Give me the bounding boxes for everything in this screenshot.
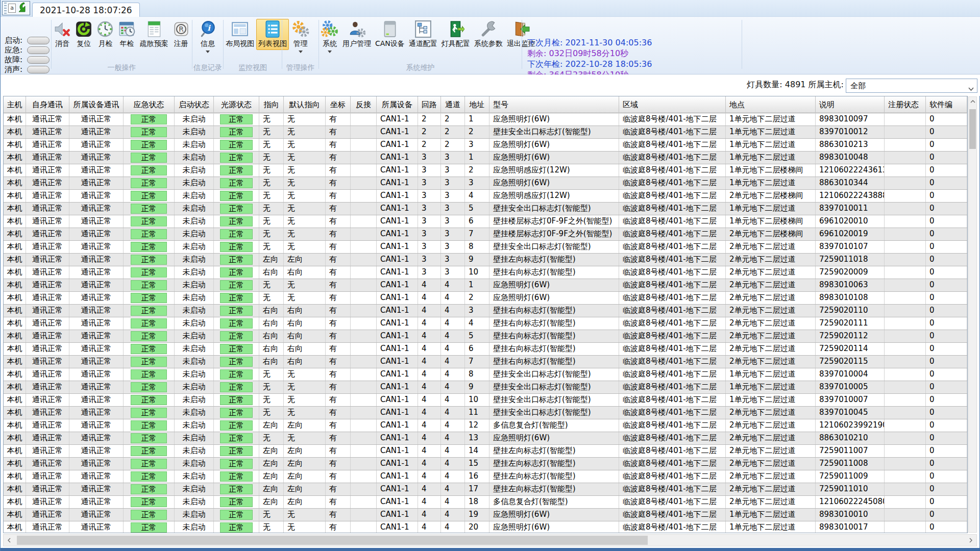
table-cell: 12106023992190 xyxy=(816,419,885,432)
table-row[interactable]: 本机通讯正常通讯正常正常未启动正常左向左向有CAN1-14418多信息复合灯(智… xyxy=(4,496,967,509)
column-header[interactable]: 启动状态 xyxy=(175,96,214,113)
table-cell xyxy=(351,254,377,266)
table-row[interactable]: 本机通讯正常通讯正常正常未启动正常无无有CAN1-1442应急照明灯(6W)临波… xyxy=(4,292,967,305)
table-row[interactable]: 本机通讯正常通讯正常正常未启动正常左向左向有CAN1-14417壁挂左向标志灯(… xyxy=(4,483,967,496)
table-row[interactable]: 本机通讯正常通讯正常正常未启动正常无无有CAN1-1332应急照明感应灯(12W… xyxy=(4,164,967,177)
table-row[interactable]: 本机通讯正常通讯正常正常未启动正常无无有CAN1-1221应急照明灯(6W)临波… xyxy=(4,113,967,126)
table-row[interactable]: 本机通讯正常通讯正常正常未启动正常无无有CAN1-14420应急照明灯(6W)临… xyxy=(4,521,967,533)
channel-config-button[interactable]: 通道配置 xyxy=(407,19,439,55)
table-row[interactable]: 本机通讯正常通讯正常正常未启动正常无无有CAN1-1337壁挂楼层标志灯0F-9… xyxy=(4,228,967,241)
info-button[interactable]: i 信息 xyxy=(197,19,218,55)
table-row[interactable]: 本机通讯正常通讯正常正常未启动正常无无有CAN1-1449壁挂安全出口标志灯(智… xyxy=(4,381,967,394)
table-cell xyxy=(351,407,377,419)
monthly-check-button[interactable]: 月检 xyxy=(94,19,116,50)
table-row[interactable]: 本机通讯正常通讯正常正常未启动正常无无有CAN1-1223应急照明灯(6W)临波… xyxy=(4,139,967,152)
yearly-check-button[interactable]: 年检 xyxy=(116,19,138,50)
scroll-up-icon[interactable] xyxy=(969,97,976,106)
column-header[interactable]: 坐标 xyxy=(326,96,351,113)
table-cell: 通讯正常 xyxy=(26,152,69,164)
table-row[interactable]: 本机通讯正常通讯正常正常未启动正常无无有CAN1-1336壁挂楼层标志灯0F-9… xyxy=(4,215,967,228)
table-row[interactable]: 本机通讯正常通讯正常正常未启动正常无无有CAN1-14413应急照明灯(6W)临… xyxy=(4,432,967,445)
table-cell: 3 xyxy=(418,241,441,253)
column-header[interactable]: 回路 xyxy=(418,96,441,113)
column-header[interactable]: 应急状态 xyxy=(124,96,175,113)
table-row[interactable]: 本机通讯正常通讯正常正常未启动正常无无有CAN1-1335壁挂安全出口标志灯(智… xyxy=(4,203,967,215)
table-row[interactable]: 本机通讯正常通讯正常正常未启动正常无无有CAN1-14410壁挂安全出口标志灯(… xyxy=(4,394,967,407)
table-row[interactable]: 本机通讯正常通讯正常正常未启动正常左向左向有CAN1-14414壁挂左向标志灯(… xyxy=(4,445,967,458)
table-cell: 0 xyxy=(926,305,967,317)
scroll-right-icon[interactable] xyxy=(965,535,976,546)
table-row[interactable]: 本机通讯正常通讯正常正常未启动正常无无有CAN1-1331应急照明灯(6W)临波… xyxy=(4,152,967,164)
channel-config-icon xyxy=(414,20,432,38)
table-row[interactable]: 本机通讯正常通讯正常正常未启动正常无无有CAN1-1441应急照明灯(6W)临波… xyxy=(4,279,967,292)
column-header[interactable]: 光源状态 xyxy=(214,96,259,113)
evacuation-plan-button[interactable]: 疏散预案 xyxy=(138,19,170,50)
table-row[interactable]: 本机通讯正常通讯正常正常未启动正常左向左向有CAN1-1339壁挂左向标志灯(智… xyxy=(4,254,967,266)
table-row[interactable]: 本机通讯正常通讯正常正常未启动正常左向左向有CAN1-14412多信息复合灯(智… xyxy=(4,419,967,432)
manage-button[interactable]: 管理 xyxy=(290,19,311,55)
table-cell: 临波庭8号楼/401-地下二层 xyxy=(619,190,726,202)
horizontal-scrollbar[interactable] xyxy=(3,534,977,546)
column-header[interactable]: 反接 xyxy=(351,96,377,113)
table-cell: 1单元地下二层过道 xyxy=(726,521,816,533)
host-select[interactable]: 全部 xyxy=(846,79,977,93)
table-row[interactable]: 本机通讯正常通讯正常正常未启动正常无无有CAN1-1448壁挂安全出口标志灯(智… xyxy=(4,368,967,381)
reset-button[interactable]: 复位 xyxy=(73,19,94,50)
table-row[interactable]: 本机通讯正常通讯正常正常未启动正常无无有CAN1-14419应急照明灯(6W)临… xyxy=(4,509,967,521)
column-header[interactable]: 所属设备通讯 xyxy=(69,96,124,113)
table-row[interactable]: 本机通讯正常通讯正常正常未启动正常无无有CAN1-1333应急照明灯(6W)临波… xyxy=(4,177,967,190)
table-cell: 15 xyxy=(465,458,489,470)
table-row[interactable]: 本机通讯正常通讯正常正常未启动正常无无有CAN1-1338壁挂安全出口标志灯(智… xyxy=(4,241,967,254)
system-button[interactable]: 系统 xyxy=(319,19,340,55)
column-header[interactable]: 通道 xyxy=(441,96,465,113)
table-cell: 有 xyxy=(326,139,351,151)
system-params-button[interactable]: 系统参数 xyxy=(472,19,505,55)
can-device-button[interactable]: CAN设备 xyxy=(373,19,407,55)
column-header[interactable]: 软件编 xyxy=(926,96,967,113)
table-row[interactable]: 本机通讯正常通讯正常正常未启动正常右向右向有CAN1-1445壁挂右向标志灯(智… xyxy=(4,330,967,343)
table-row[interactable]: 本机通讯正常通讯正常正常未启动正常右向右向有CAN1-1443壁挂右向标志灯(智… xyxy=(4,305,967,317)
horizontal-scroll-thumb[interactable] xyxy=(17,536,648,545)
layout-view-button[interactable]: 布局视图 xyxy=(224,19,256,50)
table-cell: 未启动 xyxy=(175,254,214,266)
column-header[interactable]: 默认指向 xyxy=(284,96,326,113)
vertical-scrollbar[interactable] xyxy=(968,96,977,533)
vertical-scroll-thumb[interactable] xyxy=(969,109,976,149)
mute-button[interactable]: 消音 xyxy=(52,19,73,50)
table-row[interactable]: 本机通讯正常通讯正常正常未启动正常左向左向有CAN1-14416壁挂左向标志灯(… xyxy=(4,470,967,483)
table-row[interactable]: 本机通讯正常通讯正常正常未启动正常右向右向有CAN1-1444壁挂右向标志灯(智… xyxy=(4,317,967,330)
register-button[interactable]: R 注册 xyxy=(170,19,192,50)
column-header[interactable]: 自身通讯 xyxy=(26,96,69,113)
column-header[interactable]: 所属设备 xyxy=(377,96,418,113)
table-cell: 通讯正常 xyxy=(26,164,69,177)
column-header[interactable]: 区域 xyxy=(619,96,726,113)
table-row[interactable]: 本机通讯正常通讯正常正常未启动正常右向右向有CAN1-13310壁挂右向标志灯(… xyxy=(4,266,967,279)
table-row[interactable]: 本机通讯正常通讯正常正常未启动正常无无有CAN1-14411壁挂安全出口标志灯(… xyxy=(4,407,967,419)
table-row[interactable]: 本机通讯正常通讯正常正常未启动正常无无有CAN1-1222壁挂安全出口标志灯(智… xyxy=(4,126,967,139)
column-header[interactable]: 地点 xyxy=(726,96,816,113)
table-cell: 正常 xyxy=(124,203,175,215)
table-cell: 无 xyxy=(259,241,284,253)
column-header[interactable]: 型号 xyxy=(489,96,619,113)
table-cell: 4 xyxy=(418,509,441,521)
column-header[interactable]: 说明 xyxy=(816,96,885,113)
form-icon[interactable]: a xyxy=(8,4,16,13)
status-badge: 正常 xyxy=(220,522,252,533)
table-cell: 3 xyxy=(418,164,441,177)
column-header[interactable]: 注册状态 xyxy=(885,96,926,113)
table-row[interactable]: 本机通讯正常通讯正常正常未启动正常右向右向有CAN1-1447壁挂右向标志灯(智… xyxy=(4,356,967,368)
column-header[interactable]: 主机 xyxy=(4,96,26,113)
light-config-button[interactable]: 灯具配置 xyxy=(439,19,472,55)
green-arrow-icon[interactable] xyxy=(17,2,28,15)
datetime-tab[interactable]: 2021-10-28 18:07:26 xyxy=(32,3,140,17)
table-row[interactable]: 本机通讯正常通讯正常正常未启动正常左向左向有CAN1-14415壁挂左向标志灯(… xyxy=(4,458,967,470)
user-manage-button[interactable]: 用户管理 xyxy=(340,19,373,55)
scroll-left-icon[interactable] xyxy=(4,535,15,546)
column-header[interactable]: 地址 xyxy=(465,96,489,113)
table-row[interactable]: 本机通讯正常通讯正常正常未启动正常无无有CAN1-1334应急照明感应灯(12W… xyxy=(4,190,967,203)
table-row[interactable]: 本机通讯正常通讯正常正常未启动正常右向右向有CAN1-1446壁挂右向标志灯(智… xyxy=(4,343,967,356)
column-header[interactable]: 指向 xyxy=(259,96,284,113)
table-cell: 壁挂右向标志灯(智能型) xyxy=(489,317,619,330)
table-cell: 通讯正常 xyxy=(26,254,69,266)
table-cell: 无 xyxy=(284,292,326,304)
